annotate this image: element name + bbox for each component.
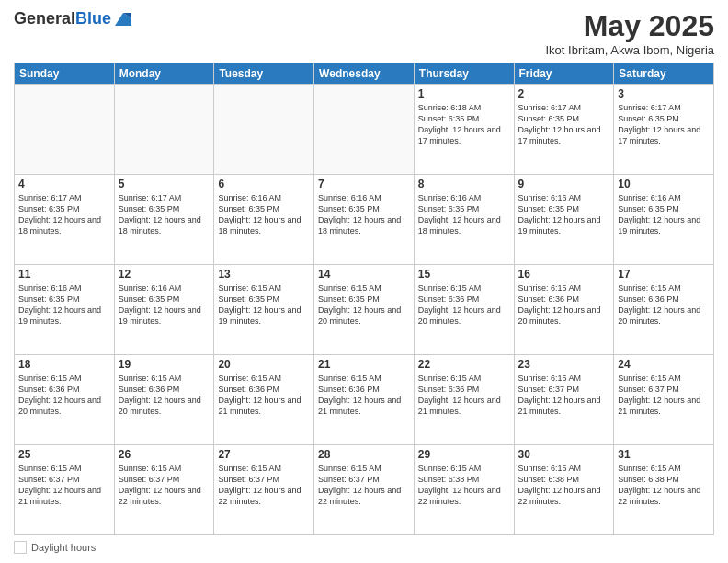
day-info: Sunrise: 6:15 AM Sunset: 6:38 PM Dayligh… — [618, 463, 710, 508]
day-info: Sunrise: 6:15 AM Sunset: 6:36 PM Dayligh… — [218, 373, 310, 418]
calendar-cell: 18Sunrise: 6:15 AM Sunset: 6:36 PM Dayli… — [15, 355, 115, 445]
day-info: Sunrise: 6:15 AM Sunset: 6:38 PM Dayligh… — [518, 463, 610, 508]
day-number: 5 — [119, 178, 210, 190]
day-info: Sunrise: 6:17 AM Sunset: 6:35 PM Dayligh… — [119, 192, 210, 237]
calendar-cell: 26Sunrise: 6:15 AM Sunset: 6:37 PM Dayli… — [114, 445, 214, 535]
day-number: 25 — [18, 448, 110, 461]
calendar-cell: 9Sunrise: 6:16 AM Sunset: 6:35 PM Daylig… — [514, 175, 614, 265]
day-info: Sunrise: 6:15 AM Sunset: 6:37 PM Dayligh… — [18, 463, 110, 508]
month-title: May 2025 — [545, 9, 714, 43]
calendar-cell: 4Sunrise: 6:17 AM Sunset: 6:35 PM Daylig… — [15, 175, 115, 265]
day-number: 19 — [119, 358, 210, 371]
day-number: 15 — [418, 268, 510, 281]
day-number: 26 — [119, 448, 210, 461]
day-info: Sunrise: 6:16 AM Sunset: 6:35 PM Dayligh… — [218, 192, 310, 237]
day-info: Sunrise: 6:17 AM Sunset: 6:35 PM Dayligh… — [518, 102, 610, 147]
calendar-cell: 20Sunrise: 6:15 AM Sunset: 6:36 PM Dayli… — [214, 355, 314, 445]
day-info: Sunrise: 6:15 AM Sunset: 6:37 PM Dayligh… — [618, 373, 710, 418]
day-number: 17 — [618, 268, 710, 281]
day-info: Sunrise: 6:15 AM Sunset: 6:36 PM Dayligh… — [119, 373, 210, 418]
day-number: 29 — [418, 448, 510, 461]
day-number: 20 — [218, 358, 310, 371]
day-number: 30 — [518, 448, 610, 461]
day-info: Sunrise: 6:16 AM Sunset: 6:35 PM Dayligh… — [18, 282, 110, 327]
day-number: 22 — [418, 358, 510, 371]
logo-general: General — [14, 9, 75, 28]
calendar-cell: 17Sunrise: 6:15 AM Sunset: 6:36 PM Dayli… — [614, 265, 714, 355]
day-info: Sunrise: 6:15 AM Sunset: 6:37 PM Dayligh… — [318, 463, 410, 508]
calendar-cell: 12Sunrise: 6:16 AM Sunset: 6:35 PM Dayli… — [114, 265, 214, 355]
calendar-header-friday: Friday — [514, 63, 614, 85]
day-number: 7 — [318, 178, 410, 190]
calendar-week-5: 25Sunrise: 6:15 AM Sunset: 6:37 PM Dayli… — [15, 445, 714, 535]
header: GeneralBlue May 2025 Ikot Ibritam, Akwa … — [14, 9, 714, 57]
day-number: 9 — [518, 178, 610, 190]
calendar-cell: 15Sunrise: 6:15 AM Sunset: 6:36 PM Dayli… — [414, 265, 514, 355]
calendar-week-1: 1Sunrise: 6:18 AM Sunset: 6:35 PM Daylig… — [15, 85, 714, 175]
calendar-cell: 23Sunrise: 6:15 AM Sunset: 6:37 PM Dayli… — [514, 355, 614, 445]
calendar-header-tuesday: Tuesday — [214, 63, 314, 85]
day-info: Sunrise: 6:16 AM Sunset: 6:35 PM Dayligh… — [418, 192, 510, 237]
logo-text: GeneralBlue — [14, 9, 133, 29]
day-number: 24 — [618, 358, 710, 371]
calendar-cell: 1Sunrise: 6:18 AM Sunset: 6:35 PM Daylig… — [414, 85, 514, 175]
day-number: 6 — [218, 178, 310, 190]
calendar-cell: 11Sunrise: 6:16 AM Sunset: 6:35 PM Dayli… — [15, 265, 115, 355]
day-info: Sunrise: 6:15 AM Sunset: 6:37 PM Dayligh… — [218, 463, 310, 508]
footer-label: Daylight hours — [31, 542, 96, 553]
title-block: May 2025 Ikot Ibritam, Akwa Ibom, Nigeri… — [545, 9, 714, 57]
calendar-header-wednesday: Wednesday — [314, 63, 415, 85]
calendar-cell: 14Sunrise: 6:15 AM Sunset: 6:35 PM Dayli… — [314, 265, 415, 355]
day-number: 27 — [218, 448, 310, 461]
day-info: Sunrise: 6:16 AM Sunset: 6:35 PM Dayligh… — [518, 192, 610, 237]
calendar-cell: 13Sunrise: 6:15 AM Sunset: 6:35 PM Dayli… — [214, 265, 314, 355]
calendar-header-row: SundayMondayTuesdayWednesdayThursdayFrid… — [15, 63, 714, 85]
location-title: Ikot Ibritam, Akwa Ibom, Nigeria — [545, 43, 714, 57]
day-number: 11 — [18, 268, 110, 281]
day-info: Sunrise: 6:17 AM Sunset: 6:35 PM Dayligh… — [618, 102, 710, 147]
day-number: 13 — [218, 268, 310, 281]
day-number: 18 — [18, 358, 110, 371]
day-number: 4 — [18, 178, 110, 190]
day-number: 23 — [518, 358, 610, 371]
calendar-cell: 28Sunrise: 6:15 AM Sunset: 6:37 PM Dayli… — [314, 445, 415, 535]
footer: Daylight hours — [14, 541, 714, 554]
calendar-week-3: 11Sunrise: 6:16 AM Sunset: 6:35 PM Dayli… — [15, 265, 714, 355]
logo: GeneralBlue — [14, 9, 133, 29]
calendar-cell: 22Sunrise: 6:15 AM Sunset: 6:36 PM Dayli… — [414, 355, 514, 445]
day-number: 10 — [618, 178, 710, 190]
page: GeneralBlue May 2025 Ikot Ibritam, Akwa … — [0, 0, 728, 563]
day-number: 3 — [618, 87, 710, 100]
day-info: Sunrise: 6:15 AM Sunset: 6:35 PM Dayligh… — [318, 282, 410, 327]
day-info: Sunrise: 6:15 AM Sunset: 6:37 PM Dayligh… — [119, 463, 210, 508]
day-number: 31 — [618, 448, 710, 461]
calendar-cell: 16Sunrise: 6:15 AM Sunset: 6:36 PM Dayli… — [514, 265, 614, 355]
calendar-header-saturday: Saturday — [614, 63, 714, 85]
day-info: Sunrise: 6:15 AM Sunset: 6:36 PM Dayligh… — [318, 373, 410, 418]
calendar-cell: 6Sunrise: 6:16 AM Sunset: 6:35 PM Daylig… — [214, 175, 314, 265]
day-info: Sunrise: 6:15 AM Sunset: 6:36 PM Dayligh… — [518, 282, 610, 327]
day-info: Sunrise: 6:15 AM Sunset: 6:36 PM Dayligh… — [418, 282, 510, 327]
calendar-cell: 19Sunrise: 6:15 AM Sunset: 6:36 PM Dayli… — [114, 355, 214, 445]
calendar-cell: 5Sunrise: 6:17 AM Sunset: 6:35 PM Daylig… — [114, 175, 214, 265]
footer-box — [14, 541, 27, 554]
day-info: Sunrise: 6:16 AM Sunset: 6:35 PM Dayligh… — [618, 192, 710, 237]
day-number: 1 — [418, 87, 510, 100]
calendar-cell: 30Sunrise: 6:15 AM Sunset: 6:38 PM Dayli… — [514, 445, 614, 535]
day-number: 21 — [318, 358, 410, 371]
day-info: Sunrise: 6:18 AM Sunset: 6:35 PM Dayligh… — [418, 102, 510, 147]
calendar-cell: 7Sunrise: 6:16 AM Sunset: 6:35 PM Daylig… — [314, 175, 415, 265]
calendar-cell — [15, 85, 115, 175]
calendar-cell: 29Sunrise: 6:15 AM Sunset: 6:38 PM Dayli… — [414, 445, 514, 535]
calendar-cell: 31Sunrise: 6:15 AM Sunset: 6:38 PM Dayli… — [614, 445, 714, 535]
day-number: 2 — [518, 87, 610, 100]
calendar-table: SundayMondayTuesdayWednesdayThursdayFrid… — [14, 63, 714, 535]
logo-blue: Blue — [75, 9, 111, 28]
calendar-cell: 2Sunrise: 6:17 AM Sunset: 6:35 PM Daylig… — [514, 85, 614, 175]
day-info: Sunrise: 6:15 AM Sunset: 6:37 PM Dayligh… — [518, 373, 610, 418]
logo-icon — [113, 9, 133, 29]
day-info: Sunrise: 6:15 AM Sunset: 6:35 PM Dayligh… — [218, 282, 310, 327]
calendar-header-monday: Monday — [114, 63, 214, 85]
day-number: 8 — [418, 178, 510, 190]
day-info: Sunrise: 6:15 AM Sunset: 6:38 PM Dayligh… — [418, 463, 510, 508]
